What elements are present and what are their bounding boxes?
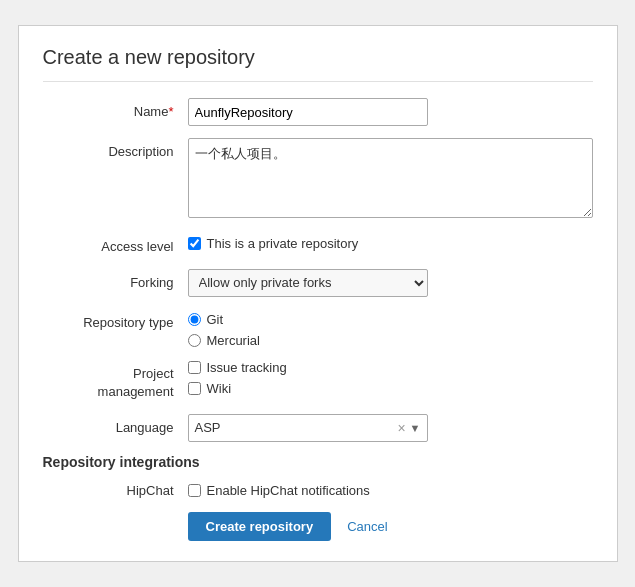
create-repository-dialog: Create a new repository Name* Descriptio… (18, 25, 618, 561)
hipchat-row: HipChat Enable HipChat notifications (43, 480, 593, 498)
description-row: Description 一个私人项目。 (43, 138, 593, 221)
git-label[interactable]: Git (207, 312, 224, 327)
issue-tracking-item: Issue tracking (188, 360, 593, 375)
private-repo-label[interactable]: This is a private repository (207, 236, 359, 251)
hipchat-checkbox[interactable] (188, 484, 201, 497)
repo-type-label: Repository type (43, 309, 188, 332)
forking-label: Forking (43, 269, 188, 292)
wiki-item: Wiki (188, 381, 593, 396)
wiki-checkbox[interactable] (188, 382, 201, 395)
create-repository-button[interactable]: Create repository (188, 512, 332, 541)
description-textarea[interactable]: 一个私人项目。 (188, 138, 593, 218)
git-radio[interactable] (188, 313, 201, 326)
wiki-label[interactable]: Wiki (207, 381, 232, 396)
integrations-title: Repository integrations (43, 454, 593, 470)
language-arrow-icon[interactable]: ▼ (410, 422, 421, 434)
forking-select[interactable]: Allow only private forks Allow all forks… (188, 269, 428, 297)
project-mgmt-control: Issue tracking Wiki (188, 360, 593, 402)
required-star: * (168, 104, 173, 119)
private-repo-checkbox[interactable] (188, 237, 201, 250)
access-checkbox-row: This is a private repository (188, 233, 593, 251)
name-control (188, 98, 593, 126)
language-clear-icon[interactable]: × (397, 420, 405, 436)
hipchat-checkbox-label[interactable]: Enable HipChat notifications (207, 483, 370, 498)
mercurial-radio-row: Mercurial (188, 333, 593, 348)
language-value: ASP (195, 420, 398, 435)
description-label: Description (43, 138, 188, 161)
issue-tracking-label[interactable]: Issue tracking (207, 360, 287, 375)
description-control: 一个私人项目。 (188, 138, 593, 221)
name-input[interactable] (188, 98, 428, 126)
language-control: ASP × ▼ (188, 414, 593, 442)
project-mgmt-label: Projectmanagement (43, 360, 188, 401)
language-label: Language (43, 414, 188, 437)
dialog-title: Create a new repository (43, 46, 593, 82)
language-row: Language ASP × ▼ (43, 414, 593, 442)
access-control: This is a private repository (188, 233, 593, 251)
mercurial-label[interactable]: Mercurial (207, 333, 260, 348)
name-label: Name* (43, 98, 188, 121)
forking-control: Allow only private forks Allow all forks… (188, 269, 593, 297)
cancel-button[interactable]: Cancel (341, 512, 393, 541)
mercurial-radio[interactable] (188, 334, 201, 347)
repo-type-radio-group: Git Mercurial (188, 309, 593, 348)
forking-row: Forking Allow only private forks Allow a… (43, 269, 593, 297)
language-select-display[interactable]: ASP × ▼ (188, 414, 428, 442)
hipchat-checkbox-row: Enable HipChat notifications (188, 480, 370, 498)
access-label: Access level (43, 233, 188, 256)
repo-type-control: Git Mercurial (188, 309, 593, 348)
issue-tracking-checkbox[interactable] (188, 361, 201, 374)
hipchat-label: HipChat (43, 480, 188, 498)
git-radio-row: Git (188, 312, 593, 327)
integrations-section: Repository integrations HipChat Enable H… (43, 454, 593, 498)
name-row: Name* (43, 98, 593, 126)
action-row: Create repository Cancel (43, 512, 593, 541)
project-mgmt-row: Projectmanagement Issue tracking Wiki (43, 360, 593, 402)
repo-type-row: Repository type Git Mercurial (43, 309, 593, 348)
access-row: Access level This is a private repositor… (43, 233, 593, 256)
